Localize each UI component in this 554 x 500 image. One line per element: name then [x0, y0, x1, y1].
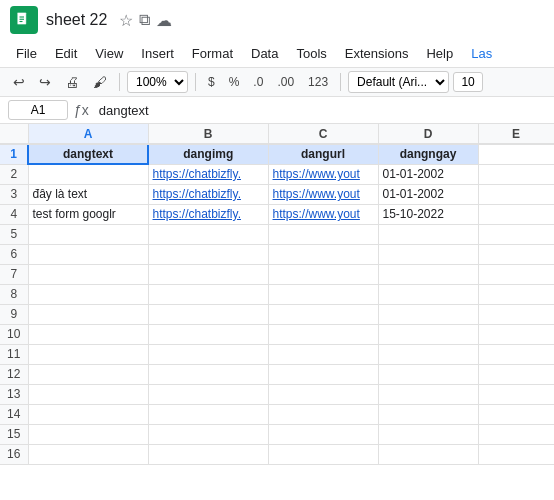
cell-D15[interactable]: [378, 424, 478, 444]
row-header-16[interactable]: 16: [0, 444, 28, 464]
row-header-11[interactable]: 11: [0, 344, 28, 364]
row-header-13[interactable]: 13: [0, 384, 28, 404]
cell-C11[interactable]: [268, 344, 378, 364]
cell-B3[interactable]: https://chatbizfly.: [148, 184, 268, 204]
row-header-6[interactable]: 6: [0, 244, 28, 264]
cell-C5[interactable]: [268, 224, 378, 244]
cell-A14[interactable]: [28, 404, 148, 424]
cell-C4[interactable]: https://www.yout: [268, 204, 378, 224]
cell-D3[interactable]: 01-01-2002: [378, 184, 478, 204]
more-formats-button[interactable]: 123: [303, 73, 333, 91]
cell-C16[interactable]: [268, 444, 378, 464]
cell-B15[interactable]: [148, 424, 268, 444]
menu-edit[interactable]: Edit: [47, 42, 85, 65]
cell-A6[interactable]: [28, 244, 148, 264]
cell-E5[interactable]: [478, 224, 554, 244]
row-header-9[interactable]: 9: [0, 304, 28, 324]
cell-C14[interactable]: [268, 404, 378, 424]
cell-E12[interactable]: [478, 364, 554, 384]
cell-E16[interactable]: [478, 444, 554, 464]
menu-extensions[interactable]: Extensions: [337, 42, 417, 65]
col-header-B[interactable]: B: [148, 124, 268, 144]
decimal-decrease-button[interactable]: .0: [248, 73, 268, 91]
cell-E7[interactable]: [478, 264, 554, 284]
cell-B16[interactable]: [148, 444, 268, 464]
row-header-7[interactable]: 7: [0, 264, 28, 284]
cell-C12[interactable]: [268, 364, 378, 384]
row-header-4[interactable]: 4: [0, 204, 28, 224]
undo-button[interactable]: ↩: [8, 71, 30, 93]
cell-E1[interactable]: [478, 144, 554, 164]
cell-D13[interactable]: [378, 384, 478, 404]
row-header-5[interactable]: 5: [0, 224, 28, 244]
cell-reference-input[interactable]: [8, 100, 68, 120]
cell-B14[interactable]: [148, 404, 268, 424]
cell-E11[interactable]: [478, 344, 554, 364]
cell-C9[interactable]: [268, 304, 378, 324]
cell-A1[interactable]: dangtext: [28, 144, 148, 164]
cell-A2[interactable]: [28, 164, 148, 184]
cell-B10[interactable]: [148, 324, 268, 344]
zoom-select[interactable]: 100%: [127, 71, 188, 93]
row-header-2[interactable]: 2: [0, 164, 28, 184]
cell-A4[interactable]: test form googlr: [28, 204, 148, 224]
cell-E4[interactable]: [478, 204, 554, 224]
row-header-15[interactable]: 15: [0, 424, 28, 444]
col-header-A[interactable]: A: [28, 124, 148, 144]
row-header-1[interactable]: 1: [0, 144, 28, 164]
cell-D11[interactable]: [378, 344, 478, 364]
cell-E14[interactable]: [478, 404, 554, 424]
cell-D1[interactable]: dangngay: [378, 144, 478, 164]
redo-button[interactable]: ↪: [34, 71, 56, 93]
cloud-icon[interactable]: ☁: [156, 11, 172, 30]
col-header-D[interactable]: D: [378, 124, 478, 144]
cell-B8[interactable]: [148, 284, 268, 304]
cell-D9[interactable]: [378, 304, 478, 324]
currency-button[interactable]: $: [203, 73, 220, 91]
cell-A12[interactable]: [28, 364, 148, 384]
cell-B5[interactable]: [148, 224, 268, 244]
cell-E9[interactable]: [478, 304, 554, 324]
decimal-increase-button[interactable]: .00: [272, 73, 299, 91]
cell-D16[interactable]: [378, 444, 478, 464]
percent-button[interactable]: %: [224, 73, 245, 91]
paint-format-button[interactable]: 🖌: [88, 71, 112, 93]
cell-A15[interactable]: [28, 424, 148, 444]
cell-E8[interactable]: [478, 284, 554, 304]
cell-E2[interactable]: [478, 164, 554, 184]
cell-A7[interactable]: [28, 264, 148, 284]
cell-C8[interactable]: [268, 284, 378, 304]
cell-C6[interactable]: [268, 244, 378, 264]
menu-file[interactable]: File: [8, 42, 45, 65]
row-header-8[interactable]: 8: [0, 284, 28, 304]
menu-data[interactable]: Data: [243, 42, 286, 65]
cell-E3[interactable]: [478, 184, 554, 204]
cell-B12[interactable]: [148, 364, 268, 384]
cell-C15[interactable]: [268, 424, 378, 444]
cell-E6[interactable]: [478, 244, 554, 264]
cell-B6[interactable]: [148, 244, 268, 264]
cell-E13[interactable]: [478, 384, 554, 404]
copy-icon[interactable]: ⧉: [139, 11, 150, 30]
menu-view[interactable]: View: [87, 42, 131, 65]
cell-C7[interactable]: [268, 264, 378, 284]
cell-D2[interactable]: 01-01-2002: [378, 164, 478, 184]
menu-tools[interactable]: Tools: [288, 42, 334, 65]
cell-B9[interactable]: [148, 304, 268, 324]
cell-A5[interactable]: [28, 224, 148, 244]
formula-input[interactable]: [95, 101, 546, 120]
font-size-input[interactable]: [453, 72, 483, 92]
cell-C10[interactable]: [268, 324, 378, 344]
cell-A3[interactable]: đây là text: [28, 184, 148, 204]
row-header-3[interactable]: 3: [0, 184, 28, 204]
col-header-C[interactable]: C: [268, 124, 378, 144]
font-family-select[interactable]: Default (Ari...: [348, 71, 449, 93]
cell-A16[interactable]: [28, 444, 148, 464]
cell-E15[interactable]: [478, 424, 554, 444]
cell-A8[interactable]: [28, 284, 148, 304]
print-button[interactable]: 🖨: [60, 71, 84, 93]
menu-last[interactable]: Las: [463, 42, 500, 65]
cell-B13[interactable]: [148, 384, 268, 404]
cell-E10[interactable]: [478, 324, 554, 344]
menu-insert[interactable]: Insert: [133, 42, 182, 65]
